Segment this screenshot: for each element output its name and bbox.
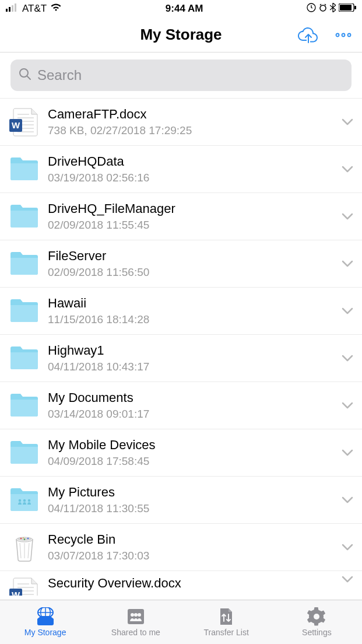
wifi-icon (50, 3, 62, 15)
status-left: AT&T (6, 3, 62, 15)
item-name: My Documents (48, 390, 341, 405)
folder-pic-icon (7, 484, 42, 516)
tab-shared-to-me[interactable]: Shared to me (90, 600, 181, 644)
item-meta: 738 KB, 02/27/2018 17:29:25 (48, 124, 341, 137)
item-name: CameraFTP.docx (48, 107, 341, 122)
search-box[interactable] (10, 60, 352, 91)
upload-button[interactable] (298, 26, 319, 44)
item-meta: 04/11/2018 11:30:55 (48, 502, 341, 515)
chevron-down-icon[interactable] (341, 118, 354, 125)
svg-rect-1 (9, 7, 10, 12)
svg-rect-7 (340, 5, 352, 10)
folder-icon (7, 201, 42, 232)
chevron-down-icon[interactable] (341, 496, 354, 503)
alarm-icon (319, 3, 327, 15)
svg-point-11 (348, 33, 351, 36)
svg-rect-3 (15, 4, 16, 12)
item-meta: 02/09/2018 11:55:45 (48, 219, 341, 232)
list-item[interactable]: My Mobile Devices04/09/2018 17:58:45 (0, 429, 362, 477)
svg-rect-0 (6, 9, 8, 12)
list-item[interactable]: Hawaii11/15/2016 18:14:28 (0, 288, 362, 335)
folder-icon (7, 437, 42, 468)
item-name: My Mobile Devices (48, 438, 341, 453)
svg-point-10 (342, 33, 345, 36)
svg-point-17 (134, 613, 138, 617)
svg-point-19 (314, 614, 319, 620)
item-meta: 02/09/2018 11:56:50 (48, 266, 341, 279)
doc-icon (7, 576, 42, 596)
item-name: Hawaii (48, 296, 341, 311)
chevron-down-icon[interactable] (341, 402, 354, 409)
item-meta: 03/07/2018 17:30:03 (48, 550, 341, 562)
file-list[interactable]: CameraFTP.docx738 KB, 02/27/2018 17:29:2… (0, 99, 362, 596)
svg-point-9 (336, 33, 339, 36)
item-name: Security Overview.docx (48, 576, 341, 591)
more-button[interactable] (335, 33, 352, 37)
svg-rect-2 (12, 5, 13, 12)
tab-label: Shared to me (111, 628, 160, 637)
folder-icon (7, 390, 42, 421)
item-name: DriveHQ_FileManager (48, 201, 341, 216)
chevron-down-icon[interactable] (341, 544, 354, 551)
folder-icon (7, 295, 42, 327)
status-bar: AT&T 9:44 AM (0, 0, 362, 18)
item-meta: 03/14/2018 09:01:17 (48, 408, 341, 421)
chevron-down-icon[interactable] (341, 307, 354, 314)
doc-icon (7, 106, 42, 138)
chevron-down-icon[interactable] (341, 260, 354, 267)
list-item[interactable]: Security Overview.docx1.7 MB, 04/17/2013… (0, 571, 362, 596)
item-name: FileServer (48, 249, 341, 264)
chevron-down-icon[interactable] (341, 449, 354, 456)
status-right (307, 3, 356, 15)
signal-icon (6, 3, 19, 15)
bluetooth-icon (330, 3, 336, 15)
chevron-down-icon[interactable] (341, 576, 354, 583)
svg-point-18 (138, 613, 141, 617)
chevron-down-icon[interactable] (341, 166, 354, 173)
tab-label: Settings (302, 628, 332, 637)
status-time: 9:44 AM (62, 3, 307, 15)
item-meta: 1.7 MB, 04/17/2013 03:43:53 (48, 593, 341, 596)
list-item[interactable]: FileServer02/09/2018 11:56:50 (0, 240, 362, 288)
list-item[interactable]: DriveHQ_FileManager02/09/2018 11:55:45 (0, 193, 362, 240)
battery-icon (339, 3, 356, 15)
chevron-down-icon[interactable] (341, 213, 354, 220)
svg-line-13 (27, 76, 30, 79)
chevron-down-icon[interactable] (341, 355, 354, 362)
tab-settings[interactable]: Settings (272, 600, 362, 644)
rotation-lock-icon (307, 3, 316, 15)
list-item[interactable]: CameraFTP.docx738 KB, 02/27/2018 17:29:2… (0, 99, 362, 146)
item-meta: 03/19/2018 02:56:16 (48, 172, 341, 184)
item-meta: 11/15/2016 18:14:28 (48, 313, 341, 326)
search-area (0, 52, 362, 99)
tab-transfer-list[interactable]: Transfer List (181, 600, 272, 644)
folder-icon (7, 248, 42, 279)
item-meta: 04/09/2018 17:58:45 (48, 455, 341, 468)
folder-icon (7, 153, 42, 185)
nav-bar: My Storage (0, 18, 362, 52)
svg-rect-8 (354, 6, 356, 9)
item-name: Recycle Bin (48, 532, 341, 547)
list-item[interactable]: My Documents03/14/2018 09:01:17 (0, 382, 362, 429)
carrier-label: AT&T (22, 3, 47, 15)
folder-icon (7, 342, 42, 374)
list-item[interactable]: DriveHQData03/19/2018 02:56:16 (0, 146, 362, 193)
search-input[interactable] (37, 67, 343, 83)
page-title: My Storage (140, 26, 222, 44)
list-item[interactable]: Highway104/11/2018 10:43:17 (0, 335, 362, 382)
svg-point-5 (320, 5, 326, 11)
item-name: DriveHQData (48, 154, 341, 169)
list-item[interactable]: Recycle Bin03/07/2018 17:30:03 (0, 524, 362, 571)
trash-icon (7, 531, 42, 563)
tab-label: My Storage (24, 628, 66, 637)
svg-point-12 (20, 69, 28, 77)
item-meta: 04/11/2018 10:43:17 (48, 360, 341, 373)
svg-point-16 (131, 613, 134, 617)
tab-label: Transfer List (203, 628, 248, 637)
list-item[interactable]: My Pictures04/11/2018 11:30:55 (0, 477, 362, 524)
item-name: My Pictures (48, 485, 341, 500)
search-icon (19, 68, 31, 83)
tab-bar: My Storage Shared to me Transfer List Se… (0, 600, 362, 644)
tab-my-storage[interactable]: My Storage (0, 600, 90, 644)
item-name: Highway1 (48, 343, 341, 358)
